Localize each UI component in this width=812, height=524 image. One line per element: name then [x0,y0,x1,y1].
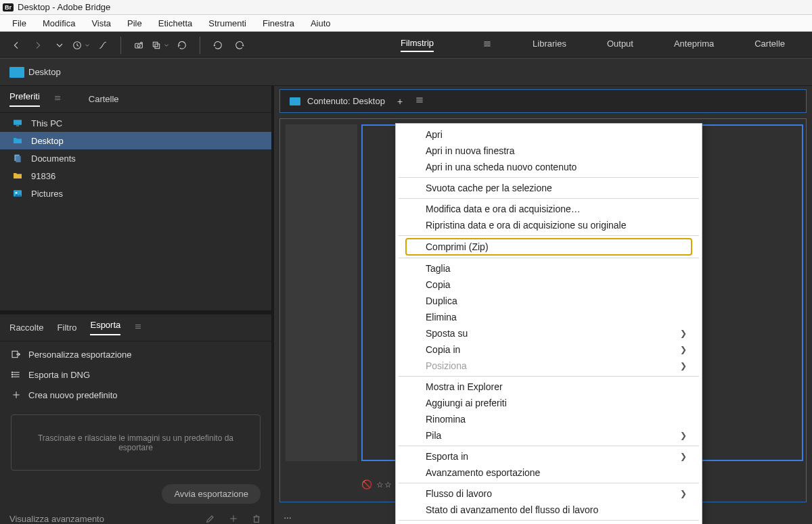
nav-forward-button[interactable] [28,36,47,55]
pathbar[interactable]: Desktop [0,59,812,86]
cm-stato-flusso[interactable]: Stato di avanzamento del flusso di lavor… [396,502,702,518]
recent-dropdown[interactable] [72,36,91,55]
cm-svuota-cache[interactable]: Svuota cache per la selezione [396,180,702,196]
menu-file[interactable]: File [4,16,35,30]
svg-point-26 [12,374,12,375]
folder-yellow-icon [11,170,24,181]
cm-separator [399,258,699,258]
cm-apri-nuova-finestra[interactable]: Apri in nuova finestra [396,143,702,159]
plus-icon[interactable] [228,513,239,524]
menu-modifica[interactable]: Modifica [35,16,83,30]
svg-point-3 [141,42,143,44]
cm-taglia[interactable]: Taglia [396,260,702,277]
export-list: Personalizza esportazione Esporta in DNG… [0,341,271,408]
chevron-right-icon: ❯ [680,359,687,373]
tab-cartelle[interactable]: Cartelle [89,94,119,104]
cm-aggiungi-preferiti[interactable]: Aggiungi ai preferiti [396,395,702,411]
cm-copia-in[interactable]: Copia in❯ [396,341,702,358]
panel-menu-icon[interactable] [53,94,62,104]
cm-separator [399,520,699,521]
no-symbol-icon[interactable]: 🚫 [361,479,372,490]
thumbnail-strip[interactable] [286,124,357,461]
cm-elimina[interactable]: Elimina [396,309,702,325]
trash-icon[interactable] [251,513,262,524]
cm-modifica-data[interactable]: Modifica data e ora di acquisizione… [396,201,702,217]
cm-ripristina-data[interactable]: Ripristina data e ora di acquisizione su… [396,217,702,233]
menubar: File Modifica Vista Pile Etichetta Strum… [0,15,812,32]
cm-separator [399,446,699,446]
nav-back-button[interactable] [7,36,26,55]
workspace-output[interactable]: Output [607,39,633,51]
nav-up-dropdown[interactable] [50,36,69,55]
menu-strumenti[interactable]: Strumenti [200,16,254,30]
export-dng[interactable]: Esporta in DNG [0,364,271,385]
export-arrow-icon [11,349,22,360]
favorites-panel: Preferiti Cartelle This PC Desktop Docum… [0,86,271,310]
cm-mostra-explorer[interactable]: Mostra in Explorer [396,379,702,395]
cm-apri-scheda[interactable]: Apri in una scheda nuovo contenuto [396,159,702,175]
workspace-anteprima[interactable]: Anteprima [674,39,714,51]
favorites-item-label: 91836 [31,171,55,181]
batch-dropdown[interactable] [151,36,170,55]
workspace-cartelle[interactable]: Cartelle [754,39,785,51]
export-customize[interactable]: Personalizza esportazione [0,344,271,364]
cm-esporta-in[interactable]: Esporta in❯ [396,448,702,465]
tab-preferiti[interactable]: Preferiti [9,91,40,107]
cm-duplica[interactable]: Duplica [396,293,702,309]
star-rating[interactable]: ☆☆ [376,480,392,490]
plus-icon [11,389,22,400]
cm-copia[interactable]: Copia [396,277,702,293]
pencil-icon[interactable] [205,513,216,524]
export-new-preset[interactable]: Crea nuovo predefinito [0,385,271,405]
toolbar: Filmstrip Libraries Output Anteprima Car… [0,32,812,59]
content-menu-icon[interactable] [415,95,424,107]
workspace-menu-icon[interactable] [482,39,492,51]
cm-flusso-lavoro[interactable]: Flusso di lavoro❯ [396,485,702,502]
menu-pile[interactable]: Pile [119,16,150,30]
panel-menu-icon[interactable] [134,323,142,333]
favorites-item-this-pc[interactable]: This PC [0,114,271,132]
chevron-right-icon: ❯ [680,343,687,356]
view-progress-link[interactable]: Visualizza avanzamento [9,514,104,524]
monitor-icon [11,118,24,128]
workspace-filmstrip[interactable]: Filmstrip [401,38,434,52]
cm-sposta-su[interactable]: Sposta su❯ [396,325,702,341]
cm-rinomina[interactable]: Rinomina [396,411,702,427]
boomerang-button[interactable] [93,36,112,55]
svg-rect-32 [254,517,259,522]
svg-rect-5 [155,44,160,49]
rotate-cw-button[interactable] [230,36,249,55]
menu-vista[interactable]: Vista [83,16,119,30]
tab-raccolte[interactable]: Raccolte [9,323,44,333]
workspace-nav: Filmstrip Libraries Output Anteprima Car… [401,38,785,52]
cm-posiziona: Posiziona❯ [396,358,702,374]
export-footer: Avvia esportazione [0,477,271,510]
import-camera-button[interactable] [129,36,148,55]
cm-comprimi-zip[interactable]: Comprimi (Zip) [405,238,692,256]
export-bottom-row: Visualizza avanzamento [0,510,271,524]
favorites-item-91836[interactable]: 91836 [0,167,271,185]
workspace-libraries[interactable]: Libraries [533,39,566,51]
tab-esporta[interactable]: Esporta [90,320,120,335]
favorites-item-documents[interactable]: Documents [0,149,271,167]
cm-apri[interactable]: Apri [396,126,702,143]
menu-finestra[interactable]: Finestra [254,16,302,30]
refresh-button[interactable] [173,36,191,55]
favorites-item-label: Documents [31,153,76,164]
cm-avanzamento-export[interactable]: Avanzamento esportazione [396,465,702,481]
documents-icon [11,153,24,164]
tab-filtro[interactable]: Filtro [58,323,77,333]
export-drop-hint[interactable]: Trascinate e rilasciate le immagini su u… [11,414,261,471]
add-tab-button[interactable]: + [397,96,403,107]
export-panel: Raccolte Filtro Esporta Personalizza esp… [0,314,271,524]
app-badge: Br [3,3,14,11]
menu-aiuto[interactable]: Aiuto [302,16,339,30]
favorites-item-desktop[interactable]: Desktop [0,132,271,149]
favorites-item-pictures[interactable]: Pictures [0,185,271,202]
cm-pila[interactable]: Pila❯ [396,427,702,444]
start-export-button[interactable]: Avvia esportazione [162,484,261,504]
cm-separator [399,483,699,483]
menu-etichetta[interactable]: Etichetta [150,16,201,30]
svg-rect-4 [153,42,158,47]
rotate-ccw-button[interactable] [208,36,227,55]
